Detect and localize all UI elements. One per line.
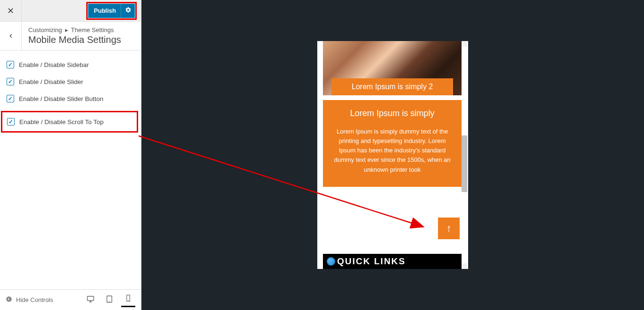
desktop-icon — [86, 295, 95, 305]
collapse-icon — [6, 296, 12, 304]
chevron-left-icon — [8, 31, 14, 42]
content-card: Lorem Ipsum is simply Lorem Ipsum is sim… — [323, 100, 462, 187]
checkbox-checked-icon[interactable]: ✓ — [7, 61, 14, 68]
device-desktop-button[interactable] — [83, 293, 98, 307]
hero-caption-text: Lorem Ipsum is simply 2 — [352, 83, 433, 91]
customizer-sidebar: ✕ Publish Customizing — [0, 0, 141, 310]
option-sidebar[interactable]: ✓ Enable / Disable Sidebar — [0, 56, 141, 73]
publish-button[interactable]: Publish — [88, 4, 121, 18]
tablet-icon — [105, 295, 114, 305]
arrow-up-icon: ↑ — [446, 222, 452, 235]
footer-text: QUICK LINKS — [337, 256, 406, 267]
customizer-header: ✕ Publish — [0, 0, 141, 22]
scrollbar-thumb[interactable] — [462, 135, 467, 192]
option-label: Enable / Disable Scroll To Top — [19, 118, 104, 126]
checkbox-checked-icon[interactable]: ✓ — [7, 78, 14, 85]
mobile-icon — [124, 294, 132, 304]
svg-rect-1 — [87, 296, 94, 301]
header-spacer — [22, 0, 86, 21]
breadcrumb-line: Customizing ▸ Theme Settings — [28, 26, 134, 34]
hero-caption: Lorem Ipsum is simply 2 — [331, 78, 453, 95]
option-slider-button[interactable]: ✓ Enable / Disable Slider Button — [0, 90, 141, 107]
publish-wrap: Publish — [86, 0, 141, 21]
breadcrumb-text: Customizing ▸ Theme Settings Mobile Medi… — [22, 22, 141, 50]
preview-area: Lorem Ipsum is simply 2 Lorem Ipsum is s… — [141, 0, 644, 310]
breadcrumb-parent: Theme Settings — [71, 26, 114, 34]
hide-controls-label: Hide Controls — [16, 296, 53, 303]
card-title: Lorem Ipsum is simply — [330, 109, 454, 118]
preview-footer: QUICK LINKS — [323, 254, 462, 269]
preview-scrollbar[interactable] — [462, 41, 467, 269]
publish-label: Publish — [94, 7, 116, 14]
svg-point-0 — [6, 296, 12, 302]
option-label: Enable / Disable Slider Button — [19, 95, 103, 102]
device-tablet-button[interactable] — [102, 293, 116, 307]
device-mobile-button[interactable] — [121, 293, 135, 307]
chevron-right-icon: ▸ — [65, 26, 68, 34]
gear-icon — [125, 7, 132, 15]
scroll-to-top-button[interactable]: ↑ — [438, 218, 460, 239]
card-body: Lorem Ipsum is simply dummy text of the … — [330, 127, 454, 175]
option-label: Enable / Disable Sidebar — [19, 61, 89, 68]
customizer-footer: Hide Controls — [0, 289, 141, 310]
back-button[interactable] — [0, 22, 22, 50]
close-customizer-button[interactable]: ✕ — [0, 0, 22, 21]
mobile-preview-frame[interactable]: Lorem Ipsum is simply 2 Lorem Ipsum is s… — [317, 41, 468, 269]
hide-controls-button[interactable]: Hide Controls — [6, 296, 53, 304]
device-toggles — [83, 293, 135, 307]
checkbox-checked-icon[interactable]: ✓ — [7, 118, 15, 126]
checkbox-checked-icon[interactable]: ✓ — [7, 95, 14, 102]
publish-settings-button[interactable] — [121, 4, 135, 18]
breadcrumb-root: Customizing — [28, 26, 62, 34]
globe-icon — [327, 257, 335, 266]
option-slider[interactable]: ✓ Enable / Disable Slider — [0, 73, 141, 90]
hero-banner: Lorem Ipsum is simply 2 — [323, 41, 462, 95]
options-list: ✓ Enable / Disable Sidebar ✓ Enable / Di… — [0, 50, 141, 138]
section-title: Mobile Media Settings — [28, 34, 134, 45]
option-label: Enable / Disable Slider — [19, 78, 83, 85]
option-scroll-to-top[interactable]: ✓ Enable / Disable Scroll To Top — [1, 111, 138, 133]
close-icon: ✕ — [7, 6, 14, 16]
breadcrumb-panel: Customizing ▸ Theme Settings Mobile Medi… — [0, 22, 141, 50]
publish-highlight: Publish — [86, 2, 137, 20]
